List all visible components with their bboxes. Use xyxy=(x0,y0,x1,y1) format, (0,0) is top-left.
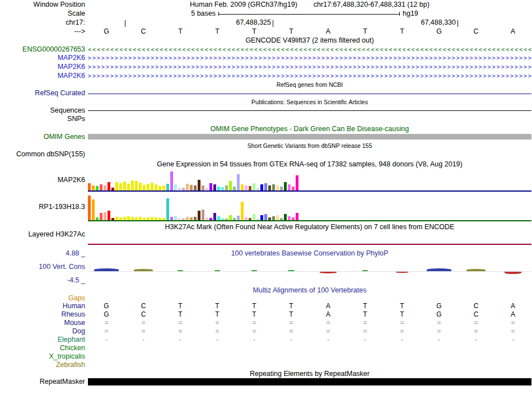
species-label-gaps[interactable]: Gaps xyxy=(0,295,85,302)
species-label-dog[interactable]: Dog xyxy=(0,328,85,335)
gtex-tissue-bar[interactable] xyxy=(284,182,287,190)
gtex-tissue-bar[interactable] xyxy=(296,175,298,190)
gtex-tissue-bar[interactable] xyxy=(104,185,106,190)
gtex-gene-line-rp1[interactable] xyxy=(88,220,531,221)
gtex-tissue-bar[interactable] xyxy=(217,216,220,220)
gtex-tissue-bar[interactable] xyxy=(198,180,200,190)
repeatmasker-element-bar[interactable] xyxy=(88,378,531,385)
gtex-tissue-bar[interactable] xyxy=(272,184,275,190)
gtex-tissue-bar[interactable] xyxy=(241,202,244,220)
species-label-chicken[interactable]: Chicken xyxy=(0,345,85,352)
track-label-snps[interactable]: SNPs xyxy=(0,115,85,123)
gtex-tissue-bar[interactable] xyxy=(276,185,279,190)
species-label-x_tropicalis[interactable]: X_tropicalis xyxy=(0,353,85,360)
track-label-gtex-map2k6[interactable]: MAP2K6 xyxy=(0,176,85,184)
gtex-tissue-bar[interactable] xyxy=(296,213,298,220)
gtex-tissue-bar[interactable] xyxy=(229,215,232,220)
gtex-tissue-bar[interactable] xyxy=(108,182,110,190)
gtex-tissue-bar[interactable] xyxy=(127,184,130,190)
gtex-tissue-bar[interactable] xyxy=(229,181,232,190)
gtex-tissue-bar[interactable] xyxy=(100,184,102,190)
gtex-tissue-bar[interactable] xyxy=(198,211,200,220)
gtex-tissue-bar[interactable] xyxy=(104,212,106,220)
gtex-tissue-bar[interactable] xyxy=(166,184,169,190)
gtex-tissue-bar[interactable] xyxy=(123,182,126,190)
gtex-tissue-bar[interactable] xyxy=(264,214,267,220)
gtex-tissue-bar[interactable] xyxy=(213,184,216,190)
refseq-track-line[interactable] xyxy=(88,94,531,94)
gtex-tissue-bar[interactable] xyxy=(253,214,255,220)
gtex-tissue-bar[interactable] xyxy=(202,185,204,190)
gtex-tissue-bar[interactable] xyxy=(135,181,138,190)
gtex-tissue-bar[interactable] xyxy=(260,215,263,220)
gtex-tissue-bar[interactable] xyxy=(170,171,173,190)
gtex-tissue-bar[interactable] xyxy=(131,180,134,190)
gtex-tissue-bar[interactable] xyxy=(88,183,91,190)
gtex-expression-bars-map2k6[interactable] xyxy=(88,169,298,190)
gtex-tissue-bar[interactable] xyxy=(249,186,251,190)
gtex-tissue-bar[interactable] xyxy=(115,182,118,190)
h3k27ac-signal-line[interactable] xyxy=(88,244,531,245)
species-label-mouse[interactable]: Mouse xyxy=(0,319,85,327)
gtex-gene-line-map2k6[interactable] xyxy=(88,190,531,192)
track-label-refseq-curated[interactable]: RefSeq Curated xyxy=(0,90,85,97)
gtex-tissue-bar[interactable] xyxy=(92,185,95,190)
gtex-tissue-bar[interactable] xyxy=(292,187,295,190)
gtex-tissue-bar[interactable] xyxy=(217,187,220,190)
gtex-tissue-bar[interactable] xyxy=(288,216,291,220)
track-label-gtex-rp1[interactable]: RP1-193H18.3 xyxy=(0,203,85,211)
gencode-gene-label-ensg00000267653[interactable]: ENSG00000267653 xyxy=(0,46,85,53)
gtex-tissue-bar[interactable] xyxy=(253,183,255,190)
gtex-tissue-bar[interactable] xyxy=(202,210,204,220)
track-label-layered-h3k27ac[interactable]: Layered H3K27Ac xyxy=(0,231,85,238)
gencode-gene-label-map2k6[interactable]: MAP2K6 xyxy=(0,72,85,80)
gtex-tissue-bar[interactable] xyxy=(119,183,122,190)
gtex-tissue-bar[interactable] xyxy=(190,185,193,190)
gtex-tissue-bar[interactable] xyxy=(162,185,165,190)
species-label-human[interactable]: Human xyxy=(0,303,85,310)
gene-line-forward-strand[interactable]: >>>>>>>>>>>>>>>>>>>>>>>>>>>>>>>>>>>>>>>>… xyxy=(88,63,531,71)
gencode-gene-label-map2k6[interactable]: MAP2K6 xyxy=(0,63,85,71)
gtex-tissue-bar[interactable] xyxy=(147,184,150,190)
gtex-tissue-bar[interactable] xyxy=(174,216,177,220)
gtex-tissue-bar[interactable] xyxy=(233,187,236,190)
gtex-tissue-bar[interactable] xyxy=(108,211,110,220)
gtex-tissue-bar[interactable] xyxy=(280,187,283,190)
gtex-tissue-bar[interactable] xyxy=(268,185,271,190)
gtex-tissue-bar[interactable] xyxy=(241,184,244,190)
species-label-zebrafish[interactable]: Zebrafish xyxy=(0,361,85,369)
gtex-tissue-bar[interactable] xyxy=(213,213,216,220)
gene-line-forward-strand[interactable]: >>>>>>>>>>>>>>>>>>>>>>>>>>>>>>>>>>>>>>>>… xyxy=(88,54,531,62)
gtex-tissue-bar[interactable] xyxy=(237,216,240,220)
track-label-sequences[interactable]: Sequences xyxy=(0,107,85,114)
species-label-elephant[interactable]: Elephant xyxy=(0,336,85,343)
track-label-repeatmasker[interactable]: RepeatMasker xyxy=(0,378,85,385)
gtex-tissue-bar[interactable] xyxy=(143,185,146,190)
gtex-tissue-bar[interactable] xyxy=(284,214,287,220)
gtex-expression-bars-rp1[interactable] xyxy=(88,193,298,220)
omim-gene-bar[interactable] xyxy=(88,134,531,140)
gtex-tissue-bar[interactable] xyxy=(272,216,275,220)
gtex-tissue-bar[interactable] xyxy=(288,184,291,190)
gtex-tissue-bar[interactable] xyxy=(260,184,263,190)
gtex-tissue-bar[interactable] xyxy=(245,185,248,190)
gtex-tissue-bar[interactable] xyxy=(194,185,197,190)
gtex-tissue-bar[interactable] xyxy=(96,186,99,190)
publications-track-line[interactable] xyxy=(88,110,531,111)
gtex-tissue-bar[interactable] xyxy=(186,184,189,190)
gtex-tissue-bar[interactable] xyxy=(151,183,153,190)
gene-line-reverse-strand[interactable]: <<<<<<<<<<<<<<<<<<<<<<<<<<<<<<<<<<<<<<<<… xyxy=(88,46,531,53)
gencode-gene-label-map2k6[interactable]: MAP2K6 xyxy=(0,54,85,62)
species-label-rhesus[interactable]: Rhesus xyxy=(0,311,85,318)
track-label-common-dbsnp[interactable]: Common dbSNP(155) xyxy=(0,151,85,158)
gtex-tissue-bar[interactable] xyxy=(155,184,157,190)
gtex-tissue-bar[interactable] xyxy=(88,196,91,220)
gtex-tissue-bar[interactable] xyxy=(174,184,177,190)
gtex-tissue-bar[interactable] xyxy=(139,183,142,190)
gtex-tissue-bar[interactable] xyxy=(276,215,279,220)
gtex-tissue-bar[interactable] xyxy=(225,185,228,190)
track-label-100-vert-cons[interactable]: 100 Vert. Cons xyxy=(0,263,85,271)
gtex-tissue-bar[interactable] xyxy=(100,213,102,220)
gtex-tissue-bar[interactable] xyxy=(166,198,169,220)
gtex-tissue-bar[interactable] xyxy=(127,216,130,220)
